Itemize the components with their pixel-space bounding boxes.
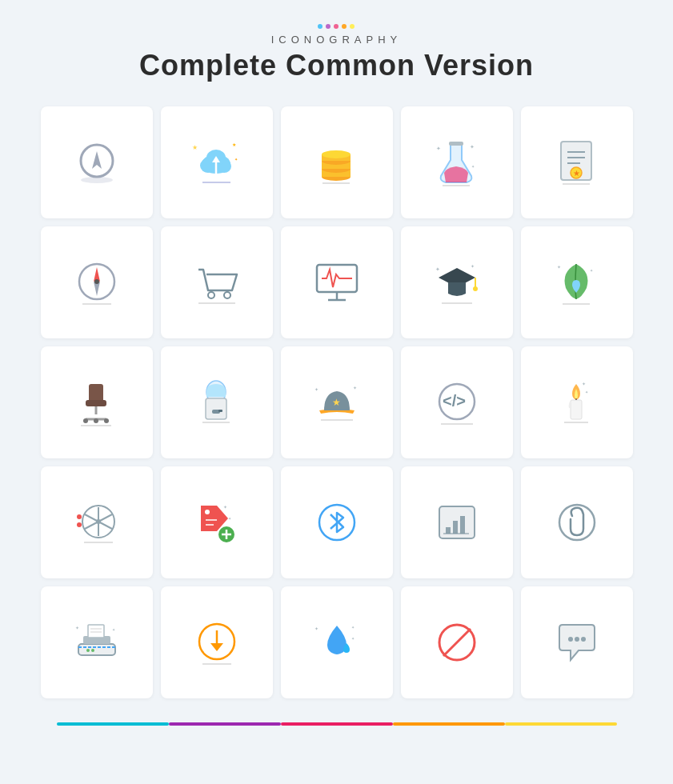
water-drops-icon: ✦ ✦ ✦	[305, 610, 369, 674]
flask-icon: ✦ ✦ ✦	[425, 130, 489, 194]
svg-rect-98	[460, 516, 465, 534]
icon-cell-snowflake	[41, 466, 153, 578]
svg-text:✦: ✦	[351, 625, 355, 630]
monitor-chart-icon	[305, 250, 369, 314]
no-sign-icon	[425, 610, 489, 674]
svg-rect-97	[453, 521, 458, 534]
svg-text:★: ★	[332, 397, 341, 408]
svg-point-109	[86, 649, 90, 652]
svg-text:</>: </>	[443, 392, 466, 410]
svg-text:✦: ✦	[314, 626, 318, 631]
price-tag-icon: ✦ ✦	[185, 490, 249, 554]
icon-cell-office-chair	[41, 346, 153, 458]
dot-3	[334, 24, 339, 29]
page-header: ICONOGRAPHY Complete Common Version	[139, 24, 534, 82]
svg-point-38	[208, 292, 214, 298]
icon-cell-bluetooth	[281, 466, 393, 578]
snowflake-icon	[65, 490, 129, 554]
water-cooler-icon	[185, 370, 249, 434]
shopping-cart-icon	[185, 250, 249, 314]
cloud-upload-icon: ★ ★ ✦	[185, 130, 249, 194]
brand-dots	[139, 24, 534, 29]
dot-1	[318, 24, 322, 29]
svg-text:✦: ✦	[471, 164, 475, 169]
main-title: Complete Common Version	[139, 49, 534, 82]
svg-text:✦: ✦	[228, 516, 231, 521]
dot-2	[326, 24, 330, 29]
icon-cell-cloud-upload: ★ ★ ✦	[161, 106, 273, 218]
svg-rect-106	[88, 625, 104, 638]
dot-4	[342, 24, 347, 29]
icon-cell-flask: ✦ ✦ ✦	[401, 106, 513, 218]
svg-text:✦: ✦	[351, 636, 355, 641]
database-coins-icon	[305, 130, 369, 194]
cursor-icon	[65, 130, 129, 194]
dot-5	[350, 24, 355, 29]
svg-point-122	[581, 637, 586, 642]
svg-point-58	[94, 418, 98, 423]
brand-title: ICONOGRAPHY	[139, 34, 534, 46]
candle-icon: ✦ ✦	[545, 370, 609, 434]
svg-point-57	[83, 418, 88, 423]
icon-cell-download	[161, 586, 273, 698]
icon-cell-scanner: ✦ ✦	[41, 586, 153, 698]
svg-text:✦: ✦	[223, 505, 227, 510]
svg-text:✦: ✦	[436, 146, 441, 151]
compass-icon	[65, 250, 129, 314]
svg-point-84	[96, 519, 101, 524]
icon-grid: ★ ★ ✦	[41, 106, 633, 698]
bluetooth-icon	[305, 490, 369, 554]
svg-point-19	[322, 150, 351, 158]
svg-point-120	[568, 637, 573, 642]
icon-cell-star-cap: ✦ ✦ ★	[281, 346, 393, 458]
svg-text:✦: ✦	[590, 268, 593, 273]
svg-rect-62	[206, 398, 226, 419]
svg-text:✦: ✦	[234, 157, 238, 162]
icon-cell-code-symbol: </>	[401, 346, 513, 458]
bottom-lines	[57, 722, 617, 726]
paperclip-icon	[545, 490, 609, 554]
svg-text:✦: ✦	[471, 264, 475, 269]
svg-text:✦: ✦	[557, 265, 561, 270]
svg-marker-113	[210, 643, 223, 651]
chat-dots-icon	[545, 610, 609, 674]
icon-cell-shopping-cart	[161, 226, 273, 338]
icon-cell-leaf: ✦ ✦	[521, 226, 633, 338]
bottom-line-yellow	[505, 722, 617, 726]
graduation-cap-icon: ✦ ✦	[425, 250, 489, 314]
bottom-line-pink	[281, 722, 393, 726]
code-symbol-icon: </>	[425, 370, 489, 434]
bottom-line-purple	[169, 722, 281, 726]
svg-text:✦: ✦	[112, 627, 115, 632]
icon-cell-bar-chart	[401, 466, 513, 578]
svg-point-88	[205, 510, 210, 514]
svg-text:✦: ✦	[435, 266, 440, 272]
icon-cell-candle: ✦ ✦	[521, 346, 633, 458]
svg-point-79	[77, 522, 82, 527]
svg-text:★: ★	[232, 142, 236, 147]
bottom-line-orange	[393, 722, 505, 726]
office-chair-icon	[65, 370, 129, 434]
svg-point-78	[77, 514, 82, 519]
svg-rect-24	[449, 142, 463, 146]
download-icon	[185, 610, 249, 674]
bottom-line-cyan	[57, 722, 169, 726]
svg-text:✦: ✦	[75, 626, 79, 630]
icon-cell-monitor-chart	[281, 226, 393, 338]
icon-cell-water-cooler	[161, 346, 273, 458]
svg-point-110	[91, 649, 94, 652]
svg-point-36	[94, 279, 99, 284]
bar-chart-icon	[425, 490, 489, 554]
icon-cell-no-sign	[401, 586, 513, 698]
svg-point-121	[575, 637, 579, 642]
svg-rect-75	[571, 400, 582, 419]
icon-cell-certificate: ★	[521, 106, 633, 218]
icon-cell-compass	[41, 226, 153, 338]
svg-rect-103	[78, 644, 115, 655]
icon-cell-graduation-cap: ✦ ✦	[401, 226, 513, 338]
leaf-icon: ✦ ✦	[545, 250, 609, 314]
svg-text:✦: ✦	[470, 144, 475, 150]
svg-text:✦: ✦	[353, 386, 357, 390]
icon-cell-price-tag: ✦ ✦	[161, 466, 273, 578]
svg-point-59	[104, 418, 109, 423]
